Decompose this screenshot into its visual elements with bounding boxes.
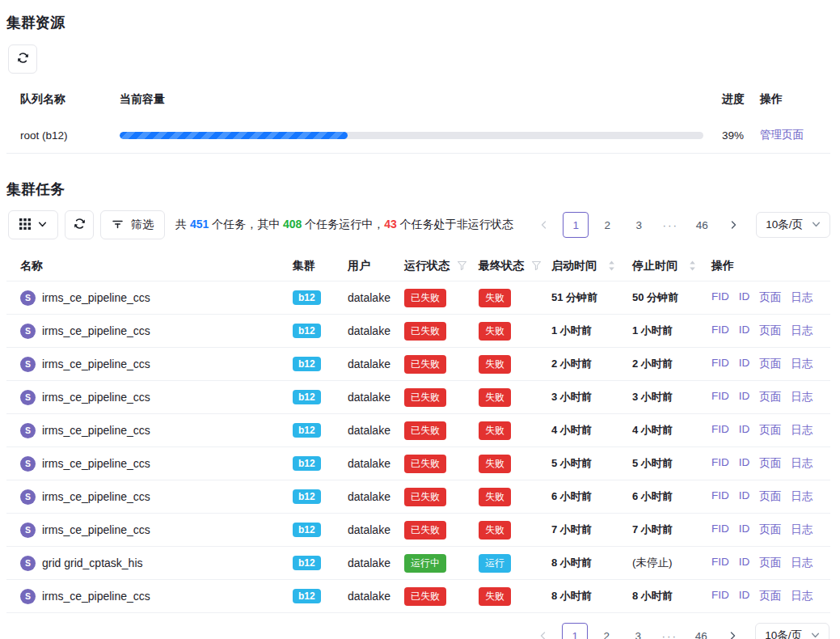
page-button-2[interactable]: 2 [593,623,619,639]
log-link[interactable]: 日志 [791,589,813,603]
id-link[interactable]: ID [739,390,750,404]
id-link[interactable]: ID [739,423,750,438]
cluster-page: 集群资源 队列名称 当前容量 进度 操作 root (b12) [0,0,840,639]
id-link[interactable]: ID [739,523,750,537]
user: datalake [348,324,404,337]
id-link[interactable]: ID [739,290,750,305]
log-link[interactable]: 日志 [791,290,813,305]
page-link[interactable]: 页面 [759,556,781,570]
page-button-3[interactable]: 3 [625,623,651,639]
final-status-badge: 失败 [479,355,511,374]
id-link[interactable]: ID [739,589,750,603]
page-link[interactable]: 页面 [759,456,781,471]
table-row: Sirms_ce_pipeline_ccs b12 datalake 已失败 失… [6,480,830,514]
final-status-badge: 运行 [479,554,511,573]
id-link[interactable]: ID [739,556,750,570]
run-status-badge: 已失败 [404,421,446,440]
log-link[interactable]: 日志 [791,357,813,371]
fid-link[interactable]: FID [711,324,729,338]
cluster-tag: b12 [293,290,321,305]
task-name: irms_ce_pipeline_ccs [42,590,150,603]
run-status-badge: 已失败 [404,521,446,540]
log-link[interactable]: 日志 [791,456,813,471]
fid-link[interactable]: FID [711,556,729,570]
page-link[interactable]: 页面 [759,290,781,305]
page-button-last[interactable]: 46 [689,212,715,238]
resources-section-title: 集群资源 [6,13,830,32]
run-status-badge: 已失败 [404,388,446,407]
resources-table-header: 队列名称 当前容量 进度 操作 [6,82,830,117]
avatar: S [20,523,36,538]
log-link[interactable]: 日志 [791,556,813,570]
page-button-2[interactable]: 2 [594,212,620,238]
table-row: Sirms_ce_pipeline_ccs b12 datalake 已失败 失… [6,348,830,381]
fid-link[interactable]: FID [711,489,729,504]
page-link[interactable]: 页面 [759,589,781,603]
start-time: 5 小时前 [551,456,632,471]
cluster-tag: b12 [293,390,321,404]
stop-time: 50 分钟前 [632,290,711,305]
final-status-filter-icon[interactable] [531,260,542,271]
page-link[interactable]: 页面 [759,357,781,371]
start-time: 7 小时前 [551,523,632,537]
tasks-refresh-button[interactable] [65,210,94,239]
page-button-last[interactable]: 46 [688,623,714,639]
prev-page-button[interactable] [530,623,556,639]
log-link[interactable]: 日志 [791,423,813,438]
col-user: 用户 [348,259,404,273]
id-link[interactable]: ID [739,324,750,338]
prev-page-button[interactable] [531,212,557,238]
page-button-3[interactable]: 3 [626,212,652,238]
resources-refresh-button[interactable] [8,44,37,74]
stop-time: 5 小时前 [632,456,711,471]
log-link[interactable]: 日志 [791,324,813,338]
fid-link[interactable]: FID [711,390,729,404]
stop-time-sort-icon[interactable] [689,260,696,271]
next-page-button[interactable] [720,212,746,238]
id-link[interactable]: ID [739,489,750,504]
col-ops: 操作 [711,259,830,273]
final-status-badge: 失败 [479,289,511,307]
col-cluster: 集群 [293,259,348,273]
page-link[interactable]: 页面 [759,423,781,438]
page-link[interactable]: 页面 [759,489,781,504]
fid-link[interactable]: FID [711,357,729,371]
column-settings-button[interactable] [8,210,58,239]
id-link[interactable]: ID [739,456,750,471]
task-name: irms_ce_pipeline_ccs [42,424,150,437]
total-count: 451 [190,218,209,231]
page-link[interactable]: 页面 [759,523,781,537]
cluster-tag: b12 [293,556,321,570]
page-button-1[interactable]: 1 [562,623,588,639]
final-status-badge: 失败 [479,587,511,606]
page-ellipsis[interactable]: ··· [656,623,682,639]
start-time-sort-icon[interactable] [608,260,615,271]
fid-link[interactable]: FID [711,423,729,438]
fid-link[interactable]: FID [711,523,729,537]
cluster-tag: b12 [293,523,321,537]
avatar: S [20,556,36,571]
table-row: Sirms_ce_pipeline_ccs b12 datalake 已失败 失… [6,315,830,348]
col-stop-time: 停止时间 [632,259,711,273]
fid-link[interactable]: FID [711,290,729,305]
filter-button[interactable]: 筛选 [100,210,165,239]
page-size-select[interactable]: 10条/页 [756,212,830,238]
run-status-filter-icon[interactable] [457,260,467,271]
task-name: irms_ce_pipeline_ccs [42,391,150,404]
page-link[interactable]: 页面 [759,390,781,404]
stop-time: (未停止) [632,556,711,570]
log-link[interactable]: 日志 [791,523,813,537]
stop-time: 4 小时前 [632,423,711,438]
page-ellipsis[interactable]: ··· [657,212,683,238]
id-link[interactable]: ID [739,357,750,371]
start-time: 1 小时前 [551,324,632,338]
next-page-button[interactable] [720,623,745,639]
page-link[interactable]: 页面 [759,324,781,338]
fid-link[interactable]: FID [711,589,729,603]
fid-link[interactable]: FID [711,456,729,471]
log-link[interactable]: 日志 [791,390,813,404]
manage-page-link[interactable]: 管理页面 [760,129,804,141]
page-size-select[interactable]: 10条/页 [755,623,829,639]
log-link[interactable]: 日志 [791,489,813,504]
page-button-1[interactable]: 1 [563,212,589,238]
